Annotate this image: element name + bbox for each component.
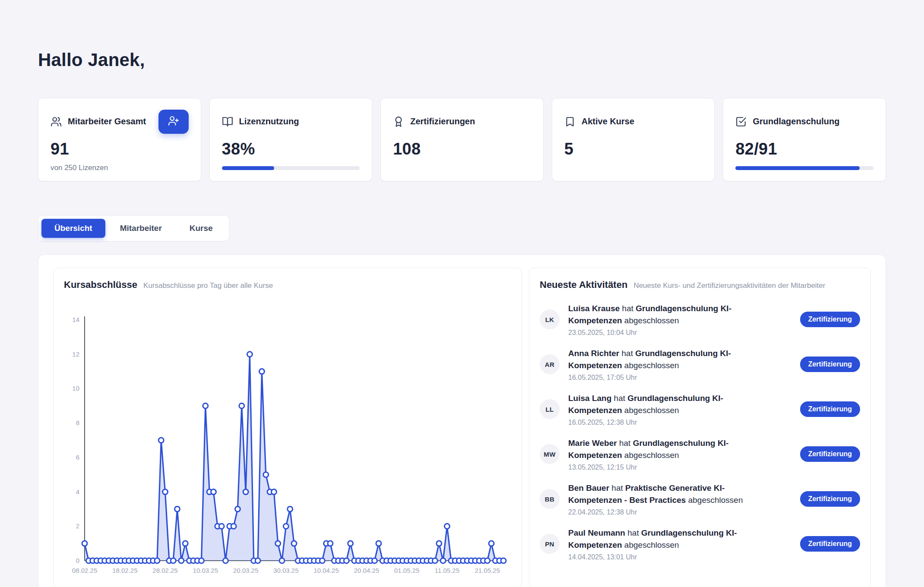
activity-text: Paul Neumann hat Grundlagenschulung KI-K… xyxy=(568,527,771,552)
certification-badge: Zertifizierung xyxy=(800,536,860,552)
svg-text:20.03.25: 20.03.25 xyxy=(233,567,258,574)
progress-fill xyxy=(222,166,274,170)
activities-subtitle: Neueste Kurs- und Zertifizierungsaktivit… xyxy=(633,281,825,290)
activity-text: Luisa Krause hat Grundlagenschulung KI-K… xyxy=(568,303,771,327)
activity-text: Ben Bauer hat Praktische Generative KI-K… xyxy=(568,482,771,507)
activity-item: MW Marie Weber hat Grundlagenschulung KI… xyxy=(540,437,860,471)
dashboard-page: Hallo Janek, Mitarbeiter Gesamt 91 von 2… xyxy=(0,0,924,587)
activity-body: Marie Weber hat Grundlagenschulung KI-Ko… xyxy=(568,437,791,471)
avatar: PN xyxy=(540,534,560,554)
chart-line xyxy=(85,354,503,560)
stat-value: 5 xyxy=(564,140,702,158)
activities-card-header: Neueste Aktivitäten Neueste Kurs- und Ze… xyxy=(540,279,860,290)
activity-connector: hat xyxy=(614,394,625,403)
activity-person-name: Luisa Krause xyxy=(568,304,620,313)
activity-timestamp: 14.04.2025, 13:01 Uhr xyxy=(568,553,791,561)
activity-person-name: Paul Neumann xyxy=(568,528,625,537)
activity-connector: hat xyxy=(627,528,639,537)
avatar: AR xyxy=(540,354,560,374)
stat-card-header: Aktive Kurse xyxy=(564,110,702,134)
activity-timestamp: 22.04.2025, 12:38 Uhr xyxy=(568,508,791,516)
svg-text:01.05.25: 01.05.25 xyxy=(394,567,419,574)
svg-text:8: 8 xyxy=(76,419,79,426)
avatar: MW xyxy=(540,444,560,464)
activity-text: Luisa Lang hat Grundlagenschulung KI-Kom… xyxy=(568,392,771,417)
svg-text:28.02.25: 28.02.25 xyxy=(152,567,177,574)
activities-card: Neueste Aktivitäten Neueste Kurs- und Ze… xyxy=(529,268,871,587)
activity-suffix: abgeschlossen xyxy=(624,406,679,415)
activity-suffix: abgeschlossen xyxy=(688,495,743,505)
activity-item: LL Luisa Lang hat Grundlagenschulung KI-… xyxy=(540,392,860,426)
activity-timestamp: 16.05.2025, 12:38 Uhr xyxy=(568,419,791,426)
stat-card-header: Grundlagenschulung xyxy=(735,110,873,134)
stat-label: Zertifizierungen xyxy=(410,117,475,126)
stat-value: 38% xyxy=(222,140,360,158)
activity-connector: hat xyxy=(611,483,623,492)
activity-list[interactable]: LK Luisa Krause hat Grundlagenschulung K… xyxy=(540,303,860,561)
activity-person-name: Luisa Lang xyxy=(568,394,611,403)
chart-title: Kursabschlüsse xyxy=(64,279,137,290)
svg-text:14: 14 xyxy=(72,316,79,323)
svg-text:18.02.25: 18.02.25 xyxy=(112,567,137,574)
tab-ubersicht[interactable]: Übersicht xyxy=(41,219,105,238)
activity-item: AR Anna Richter hat Grundlagenschulung K… xyxy=(540,347,860,382)
activity-suffix: abgeschlossen xyxy=(624,316,679,325)
activity-connector: hat xyxy=(622,304,633,313)
stat-card-grundlagenschulung: Grundlagenschulung 82/91 xyxy=(723,98,886,181)
activity-body: Luisa Lang hat Grundlagenschulung KI-Kom… xyxy=(568,392,791,426)
activity-person-name: Anna Richter xyxy=(568,349,619,358)
stat-card-header: Zertifizierungen xyxy=(393,110,531,134)
avatar-initials: BB xyxy=(545,495,554,503)
check-square-icon xyxy=(735,116,747,127)
activities-title: Neueste Aktivitäten xyxy=(540,279,627,290)
certification-badge: Zertifizierung xyxy=(800,357,860,372)
main-content: Hallo Janek, Mitarbeiter Gesamt 91 von 2… xyxy=(0,0,924,241)
activity-suffix: abgeschlossen xyxy=(624,451,679,460)
stat-value: 108 xyxy=(393,140,531,158)
stat-card-aktive-kurse: Aktive Kurse 5 xyxy=(552,98,715,181)
stats-row: Mitarbeiter Gesamt 91 von 250 Lizenzen L… xyxy=(38,98,886,181)
svg-text:6: 6 xyxy=(76,453,79,461)
user-plus-icon xyxy=(168,115,179,128)
tab-kurse[interactable]: Kurse xyxy=(177,219,226,238)
progress-fill xyxy=(735,166,860,170)
course-completions-chart[interactable]: 0246810121408.02.2518.02.2528.02.2510.03… xyxy=(64,314,511,583)
avatar: LK xyxy=(540,309,560,329)
add-user-button[interactable] xyxy=(158,110,189,134)
progress-bar xyxy=(222,166,360,170)
svg-text:21.05.25: 21.05.25 xyxy=(475,567,500,574)
avatar-initials: PN xyxy=(545,540,554,548)
activity-suffix: abgeschlossen xyxy=(624,361,679,370)
activity-item: PN Paul Neumann hat Grundlagenschulung K… xyxy=(540,527,860,561)
award-icon xyxy=(393,116,404,127)
svg-text:20.04.25: 20.04.25 xyxy=(354,567,379,574)
overview-panel: Kursabschlüsse Kursabschlüsse pro Tag üb… xyxy=(38,254,886,587)
svg-text:4: 4 xyxy=(76,488,79,495)
activity-item: BB Ben Bauer hat Praktische Generative K… xyxy=(540,482,860,516)
certification-badge: Zertifizierung xyxy=(800,491,860,507)
tab-bar: Übersicht Mitarbeiter Kurse xyxy=(38,215,229,241)
activity-person-name: Ben Bauer xyxy=(568,483,609,492)
activity-timestamp: 23.05.2025, 10:04 Uhr xyxy=(568,329,791,337)
avatar: BB xyxy=(540,489,560,509)
chart-points xyxy=(82,351,506,563)
svg-text:10.04.25: 10.04.25 xyxy=(313,567,339,574)
tab-mitarbeiter[interactable]: Mitarbeiter xyxy=(107,219,175,238)
activity-body: Luisa Krause hat Grundlagenschulung KI-K… xyxy=(568,303,791,337)
activity-connector: hat xyxy=(622,349,633,358)
stat-card-lizenznutzung: Lizenznutzung 38% xyxy=(209,98,373,181)
svg-text:2: 2 xyxy=(76,522,79,530)
chart-svg[interactable]: 0246810121408.02.2518.02.2528.02.2510.03… xyxy=(64,314,509,581)
svg-text:11.05.25: 11.05.25 xyxy=(435,567,459,574)
activity-person-name: Marie Weber xyxy=(568,439,617,448)
activity-body: Ben Bauer hat Praktische Generative KI-K… xyxy=(568,482,791,516)
stat-card-header: Lizenznutzung xyxy=(222,110,360,134)
stat-sublabel: von 250 Lizenzen xyxy=(51,164,189,172)
stat-card-header: Mitarbeiter Gesamt xyxy=(51,110,189,134)
svg-text:10.03.25: 10.03.25 xyxy=(193,567,218,574)
stat-label: Aktive Kurse xyxy=(582,117,634,126)
chart-subtitle: Kursabschlüsse pro Tag über alle Kurse xyxy=(143,281,273,290)
avatar-initials: AR xyxy=(545,361,554,368)
stat-card-mitarbeiter-gesamt: Mitarbeiter Gesamt 91 von 250 Lizenzen xyxy=(38,98,201,181)
stat-label: Lizenznutzung xyxy=(239,117,299,126)
